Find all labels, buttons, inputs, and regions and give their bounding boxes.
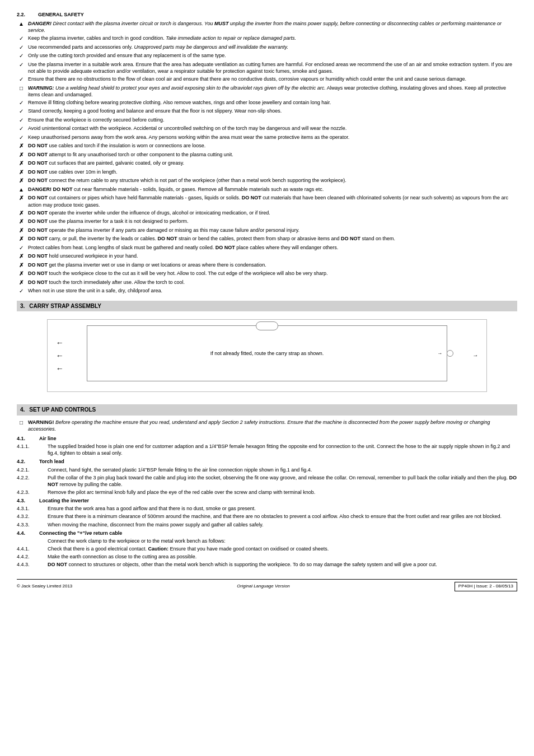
x-symbol-15: ✗ [17,160,26,167]
footer-copyright: © Jack Sealey Limited 2013 [17,584,72,590]
safety-text-15: DO NOT cut surfaces that are painted, ga… [28,160,517,166]
safety-text-26: DO NOT get the plasma inverter wet or us… [28,262,517,268]
safety-text-5: Use the plasma inverter in a suitable wo… [28,61,517,74]
safety-entry-15: ✗ DO NOT cut surfaces that are painted, … [17,160,517,167]
check-symbol-12: ✓ [17,134,26,142]
check-symbol-4: ✓ [17,52,26,60]
check-symbol-2: ✓ [17,35,26,43]
carry-strap-diagram-container: ← ← ← If not already fitted, route the c… [17,315,517,399]
safety-entry-25: ✗ DO NOT hold unsecured workpiece in you… [17,253,517,260]
item-4-1-1: 4.1.1. The supplied braided hose is plai… [17,443,517,456]
item-4-4-2-text: Make the earth connection as close to th… [48,553,517,560]
subsection-4-4-title: Connecting the "+"/ve return cable [39,530,122,536]
section-2-2-number: 2.2. [17,11,34,18]
x-symbol-20: ✗ [17,209,26,217]
safety-entry-13: ✗ DO NOT use cables and torch if the ins… [17,142,517,150]
item-4-3-1-number: 4.3.1. [17,505,48,512]
safety-entry-6: ✓ Ensure that there are no obstructions … [17,76,517,83]
circle-right [447,350,453,357]
safety-text-24: Protect cables from heat. Long lengths o… [28,244,517,251]
safety-text-21: DO NOT use the plasma inverter for a tas… [28,218,517,225]
item-4-2-3-number: 4.2.3. [17,489,48,496]
x-symbol-23: ✗ [17,235,26,243]
section-2-2-title: GENERAL SAFETY [38,11,84,18]
check-symbol-29: ✓ [17,287,26,295]
safety-entry-23: ✗ DO NOT carry, or pull, the inverter by… [17,235,517,243]
subsection-4-2-header: 4.2. Torch lead [17,458,517,465]
check-symbol-11: ✓ [17,125,26,133]
page-content: 2.2. GENERAL SAFETY ▲ DANGER! Direct con… [17,11,517,591]
item-4-2-1-number: 4.2.1. [17,466,48,473]
item-4-3-2-number: 4.3.2. [17,513,48,520]
danger-symbol-18: ▲ [17,186,26,194]
safety-text-18: DANGER! DO NOT cut near flammable materi… [28,186,517,193]
check-symbol-8: ✓ [17,99,26,107]
section-4-header: 4. SET UP AND CONTROLS [17,404,517,416]
safety-text-7: WARNING: Use a welding head shield to pr… [28,85,517,98]
diagram-inner-box: If not already fitted, route the carry s… [87,325,448,381]
subsection-4-3-number: 4.3. [17,497,39,504]
item-4-1-1-text: The supplied braided hose is plain one e… [48,443,517,456]
safety-entry-21: ✗ DO NOT use the plasma inverter for a t… [17,218,517,226]
check-symbol-3: ✓ [17,44,26,52]
safety-entry-28: ✗ DO NOT touch the torch immediately aft… [17,279,517,287]
safety-entry-20: ✗ DO NOT operate the inverter while unde… [17,209,517,217]
safety-entry-22: ✗ DO NOT operate the plasma inverter if … [17,227,517,235]
safety-entry-29: ✓ When not in use store the unit in a sa… [17,287,517,295]
safety-text-3: Use recommended parts and accessories on… [28,44,517,50]
item-4-4-3: 4.4.3. DO NOT connect to structures or o… [17,561,517,568]
check-symbol-24: ✓ [17,244,26,252]
diagram-outer: ← ← ← If not already fitted, route the c… [47,319,488,392]
safety-text-17: DO NOT connect the return cable to any s… [28,177,517,184]
item-4-4-3-text: DO NOT connect to structures or objects,… [48,561,517,568]
x-symbol-26: ✗ [17,262,26,269]
footer-language: Original Language Version [237,584,289,590]
x-symbol-14: ✗ [17,151,26,159]
subsection-4-3-header: 4.3. Locating the inverter [17,497,517,504]
safety-entry-14: ✗ DO NOT attempt to fit any unauthorised… [17,151,517,159]
safety-text-11: Avoid unintentional contact with the wor… [28,125,517,132]
safety-text-10: Ensure that the workpiece is correctly s… [28,116,517,123]
page-footer: © Jack Sealey Limited 2013 Original Lang… [17,579,517,591]
safety-text-1: DANGER! Direct contact with the plasma i… [28,20,517,34]
safety-entry-16: ✗ DO NOT use cables over 10m in length. [17,169,517,176]
item-4-2-1: 4.2.1. Connect, hand tight, the serrated… [17,466,517,473]
safety-entry-8: ✓ Remove ill fitting clothing before wea… [17,99,517,107]
item-4-3-1-text: Ensure that the work area has a good air… [48,505,517,512]
item-4-2-2-text: Pull the collar of the 3 pin plug back t… [48,474,517,488]
right-arrows: → [472,352,478,360]
safety-entry-27: ✗ DO NOT touch the workpiece close to th… [17,270,517,278]
safety-text-14: DO NOT attempt to fit any unauthorised t… [28,151,517,158]
x-symbol-25: ✗ [17,253,26,260]
safety-entry-26: ✗ DO NOT get the plasma inverter wet or … [17,262,517,269]
safety-entry-10: ✓ Ensure that the workpiece is correctly… [17,116,517,124]
safety-entry-11: ✓ Avoid unintentional contact with the w… [17,125,517,133]
item-4-4-intro-num [17,538,48,544]
item-4-3-3-number: 4.3.3. [17,521,48,528]
section-4-warning-text: WARNING! Before operating the machine en… [28,419,517,432]
safety-entry-7: □ WARNING: Use a welding head shield to … [17,85,517,98]
item-4-2-2-number: 4.2.2. [17,474,48,488]
safety-text-4: Only use the cutting torch provided and … [28,52,517,59]
x-symbol-27: ✗ [17,270,26,278]
subsection-4-2-title: Torch lead [39,458,64,465]
check-symbol-6: ✓ [17,76,26,83]
safety-text-8: Remove ill fitting clothing before weari… [28,99,517,106]
item-4-4-intro: Connect the work clamp to the workpiece … [17,538,517,544]
item-4-3-1: 4.3.1. Ensure that the work area has a g… [17,505,517,512]
section-3-header: 3. CARRY STRAP ASSEMBLY [17,301,517,312]
left-arrows: ← ← ← [56,338,64,374]
subsection-4-1-title: Air line [39,435,57,442]
section-4: 4. SET UP AND CONTROLS □ WARNING! Before… [17,404,517,568]
item-4-3-2: 4.3.2. Ensure that there is a minimum cl… [17,513,517,520]
x-symbol-22: ✗ [17,227,26,235]
item-4-4-2-number: 4.4.2. [17,553,48,560]
x-symbol-16: ✗ [17,169,26,176]
safety-text-25: DO NOT hold unsecured workpiece in your … [28,253,517,259]
subsection-4-4-number: 4.4. [17,530,39,536]
safety-text-16: DO NOT use cables over 10m in length. [28,169,517,175]
warning-symbol-7: □ [17,85,26,92]
item-4-2-1-text: Connect, hand tight, the serrated plasti… [48,466,517,473]
item-4-4-intro-text: Connect the work clamp to the workpiece … [48,538,517,544]
safety-entry-1: ▲ DANGER! Direct contact with the plasma… [17,20,517,34]
